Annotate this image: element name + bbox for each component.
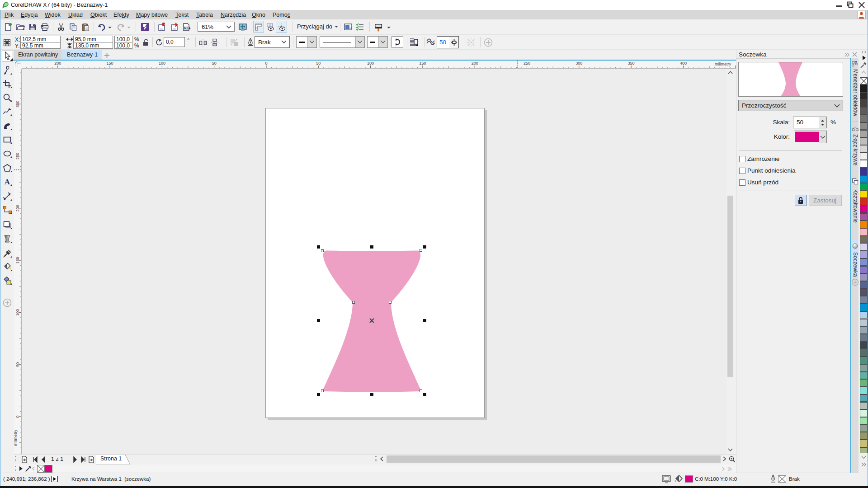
svg-text:0: 0 — [265, 61, 267, 66]
svg-text:0: 0 — [15, 415, 20, 418]
svg-text:100: 100 — [159, 61, 165, 66]
svg-text:50: 50 — [212, 61, 217, 66]
svg-text:150: 150 — [15, 257, 20, 264]
svg-text:300: 300 — [15, 101, 20, 108]
svg-text:250: 250 — [15, 153, 20, 160]
svg-text:milimetry: milimetry — [14, 430, 18, 446]
svg-text:milimetry: milimetry — [715, 62, 731, 66]
svg-text:250: 250 — [524, 61, 530, 66]
svg-text:50: 50 — [316, 61, 321, 66]
svg-text:200: 200 — [472, 61, 478, 66]
svg-text:300: 300 — [576, 61, 582, 66]
svg-text:350: 350 — [628, 61, 635, 66]
svg-text:150: 150 — [419, 61, 426, 66]
svg-text:150: 150 — [107, 61, 113, 66]
svg-text:200: 200 — [15, 205, 20, 211]
svg-text:100: 100 — [367, 61, 374, 66]
svg-text:100: 100 — [15, 309, 20, 316]
svg-text:400: 400 — [680, 61, 687, 66]
svg-text:50: 50 — [15, 362, 20, 367]
svg-text:200: 200 — [54, 61, 61, 66]
svg-text:PDF: PDF — [184, 27, 190, 29]
svg-text:A: A — [5, 178, 10, 186]
